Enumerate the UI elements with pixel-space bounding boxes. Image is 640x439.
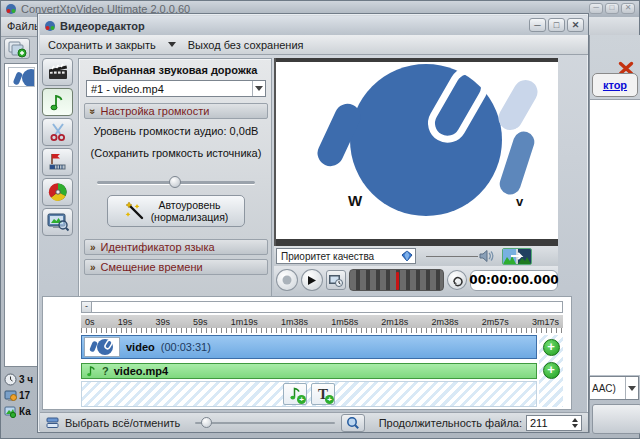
maximize-button[interactable]: □ <box>605 3 619 14</box>
speaker-icon[interactable] <box>478 248 496 264</box>
spinner-down-icon <box>572 424 578 428</box>
export-frame-button[interactable] <box>502 248 532 265</box>
select-all-toggle[interactable]: Выбрать всё/отменить <box>65 417 180 429</box>
ruler-tick: 2m57s <box>482 317 509 327</box>
section-volume[interactable]: » Настройка громкости <box>84 103 268 119</box>
timeline-collapse-button[interactable]: - <box>81 301 92 313</box>
chevron-down-icon[interactable] <box>252 81 265 96</box>
close-button[interactable]: ✕ <box>621 3 635 14</box>
main-toolstrip <box>1 37 37 61</box>
exit-without-saving-button[interactable]: Выход без сохранения <box>188 39 304 51</box>
file-list[interactable] <box>4 63 37 367</box>
section-time-offset[interactable]: » Смещение времени <box>84 259 268 275</box>
audio-track-selected: #1 - video.mp4 <box>87 83 252 95</box>
video-track-thumbnail <box>84 337 120 357</box>
scissors-icon <box>48 122 68 142</box>
audio-settings-tab[interactable] <box>42 88 73 116</box>
timeline-scrollbar[interactable]: - <box>81 301 563 313</box>
playhead-marker[interactable] <box>396 272 399 290</box>
watermark-letter-v: v <box>516 194 524 209</box>
audio-track-select[interactable]: #1 - video.mp4 <box>86 80 266 97</box>
audio-language-flag: ? <box>102 365 109 377</box>
loop-button[interactable] <box>447 270 467 290</box>
timeline-panel: - 0s 19s 39s 59s 1m19s 1m38s 1m58s 2m18s… <box>42 296 572 410</box>
stop-button[interactable] <box>276 269 298 291</box>
goto-frame-button[interactable] <box>326 270 347 290</box>
add-audio-track-button[interactable]: + <box>283 383 307 405</box>
zoom-button[interactable] <box>341 414 365 432</box>
film-time-icon <box>328 273 344 288</box>
info-size: 17 <box>19 390 30 401</box>
save-options-arrow-icon[interactable] <box>168 42 176 47</box>
editor-maximize-button[interactable]: □ <box>548 18 565 32</box>
plus-icon: + <box>325 395 334 404</box>
file-duration-field[interactable]: 211 <box>526 415 582 431</box>
audio-track[interactable]: ? video.mp4 <box>81 363 537 379</box>
timeline-zoom-slider[interactable] <box>195 422 335 424</box>
video-preview: W v <box>274 58 558 246</box>
add-stream-column: + + <box>539 335 563 407</box>
preview-tab[interactable] <box>42 208 73 236</box>
editor-toolbar: Сохранить и закрыть Выход без сохранения <box>40 35 588 55</box>
timeline-ruler[interactable]: 0s 19s 39s 59s 1m19s 1m38s 1m58s 2m18s 2… <box>81 315 563 328</box>
music-note-icon <box>49 92 67 112</box>
duration-spinner[interactable] <box>572 418 581 428</box>
color-wheel-icon <box>48 182 68 202</box>
quality-priority-select[interactable]: Приоритет качества <box>276 248 416 264</box>
time-display: 00:00:00.000 <box>470 270 558 291</box>
audio-format-select[interactable]: AAC) <box>589 376 639 400</box>
add-text-track-button[interactable]: T + <box>311 383 335 405</box>
chevron-expanded-icon: » <box>87 108 98 114</box>
chevron-down-icon[interactable] <box>625 377 638 399</box>
add-audio-stream-button[interactable]: + <box>543 362 560 379</box>
panel-header: Выбранная звуковая дорожка <box>79 59 271 76</box>
editor-statusbar: Выбрать всё/отменить Продолжительность ф… <box>40 412 588 432</box>
autolevel-label: Автоуровень (нормализация) <box>151 199 229 223</box>
minimize-button[interactable]: ─ <box>589 3 603 14</box>
section-language-label: Идентификатор языка <box>101 241 215 253</box>
editor-link-tab[interactable]: ктор <box>592 73 638 97</box>
section-volume-label: Настройка громкости <box>101 105 210 117</box>
ruler-tick: 1m38s <box>281 317 308 327</box>
autolevel-button[interactable]: Автоуровень (нормализация) <box>107 195 245 227</box>
info-duration: 3 ч <box>19 374 33 385</box>
play-button[interactable] <box>301 269 323 291</box>
info-row-duration: 3 ч <box>4 371 38 387</box>
save-and-close-button[interactable]: Сохранить и закрыть <box>48 39 156 51</box>
editor-titlebar: Видеоредактор ─ □ ✕ <box>40 16 588 35</box>
editor-close-button[interactable]: ✕ <box>567 18 584 32</box>
add-file-button[interactable] <box>4 38 30 59</box>
background-list-area <box>590 99 640 375</box>
file-duration-value: 211 <box>527 417 572 429</box>
empty-track-area: + T + <box>81 381 537 407</box>
cut-tab[interactable] <box>42 118 73 146</box>
color-adjust-tab[interactable] <box>42 178 73 206</box>
volume-slider-thumb[interactable] <box>169 176 181 188</box>
preview-volume-slider[interactable] <box>426 256 478 257</box>
audio-track-panel: Выбранная звуковая дорожка #1 - video.mp… <box>78 58 272 304</box>
seek-bar[interactable] <box>349 269 444 291</box>
background-button[interactable] <box>592 404 640 434</box>
zoom-slider-thumb[interactable] <box>201 417 212 428</box>
editor-link[interactable]: ктор <box>603 79 627 91</box>
add-video-stream-button[interactable]: + <box>543 339 560 356</box>
chapters-tab[interactable] <box>42 148 73 176</box>
file-thumbnail <box>8 67 35 87</box>
video-settings-tab[interactable] <box>42 58 73 86</box>
transport-bar: 00:00:00.000 <box>274 266 558 294</box>
volume-slider[interactable] <box>97 181 255 184</box>
editor-minimize-button[interactable]: ─ <box>529 18 546 32</box>
clapper-icon <box>48 63 68 81</box>
audio-track-name: video.mp4 <box>114 365 168 377</box>
editor-title: Видеоредактор <box>60 20 145 32</box>
select-all-icon <box>46 417 59 429</box>
main-window: ConvertXtoVideo Ultimate 2.0.0.60 ─ □ ✕ … <box>0 0 640 439</box>
video-track[interactable]: video (00:03:31) <box>81 335 537 359</box>
preview-monitor-icon <box>47 212 69 232</box>
background-right-panel: ктор AAC) <box>589 35 640 433</box>
video-track-duration: (00:03:31) <box>161 341 211 353</box>
ruler-tick: 3m17s <box>532 317 559 327</box>
ruler-tick: 1m58s <box>331 317 358 327</box>
section-language[interactable]: » Идентификатор языка <box>84 239 268 255</box>
chevron-collapsed-icon: » <box>90 242 96 253</box>
